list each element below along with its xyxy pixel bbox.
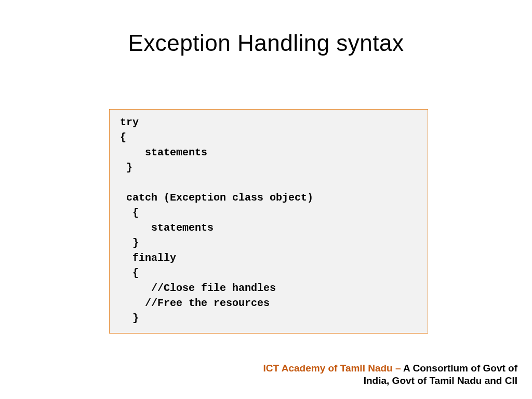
code-content: try { statements } catch (Exception clas… [120, 115, 417, 326]
slide-footer: ICT Academy of Tamil Nadu – A Consortium… [263, 362, 517, 388]
footer-dash: – [393, 363, 403, 374]
code-box: try { statements } catch (Exception clas… [109, 109, 428, 334]
footer-desc-line2: India, Govt of Tamil Nadu and CII [364, 375, 517, 386]
footer-desc-line1: A Consortium of Govt of [403, 363, 517, 374]
footer-org: ICT Academy of Tamil Nadu [263, 363, 393, 374]
slide-title: Exception Handling syntax [0, 0, 532, 56]
